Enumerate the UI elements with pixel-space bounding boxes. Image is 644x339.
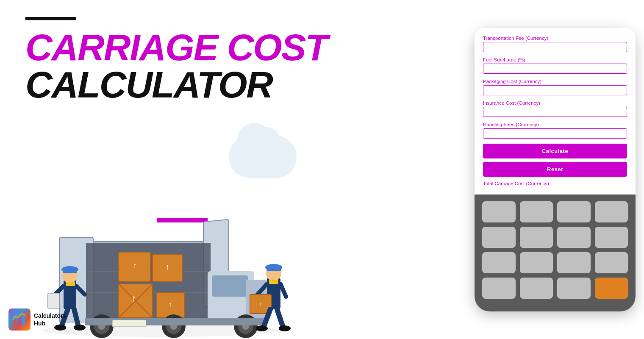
- key-3[interactable]: [557, 201, 591, 222]
- svg-point-58: [279, 325, 291, 331]
- key-4[interactable]: [595, 201, 628, 222]
- key-5[interactable]: [482, 227, 516, 248]
- svg-rect-23: [212, 275, 248, 297]
- truck-illustration: ↑ ↑ ↑ ↑: [25, 186, 301, 339]
- title-line1: CARRIAGE COST: [25, 29, 441, 66]
- packaging-cost-label: Packaging Cost (Currency): [483, 79, 627, 84]
- logo-name-line1: Calculators: [34, 312, 66, 320]
- key-13[interactable]: [482, 278, 516, 299]
- svg-rect-62: [14, 320, 17, 325]
- key-9[interactable]: [482, 252, 516, 273]
- title-block: CARRIAGE COST CALCULATOR: [25, 29, 441, 103]
- svg-point-44: [74, 325, 86, 331]
- calculator-body: Transportation Fee (Currency) Fuel Surch…: [475, 28, 636, 311]
- svg-text:↑: ↑: [131, 292, 136, 304]
- transportation-fee-field: Transportation Fee (Currency): [483, 36, 627, 52]
- svg-point-57: [256, 325, 268, 331]
- key-10[interactable]: [520, 252, 553, 273]
- fuel-surcharge-field: Fuel Surcharge (%): [483, 57, 627, 74]
- handling-fees-field: Handling Fees (Currency): [483, 122, 627, 139]
- left-section: CARRIAGE COST CALCULATOR ↑: [0, 0, 466, 339]
- title-line2: CALCULATOR: [25, 66, 441, 103]
- logo-icon: [8, 308, 31, 331]
- transportation-fee-input[interactable]: [483, 42, 627, 52]
- svg-rect-45: [47, 293, 59, 308]
- key-8[interactable]: [595, 227, 628, 248]
- key-1[interactable]: [482, 201, 516, 222]
- svg-rect-38: [63, 270, 77, 273]
- key-7[interactable]: [557, 227, 591, 248]
- result-label: Total Carriage Cost (Currency): [483, 181, 627, 186]
- key-2[interactable]: [520, 201, 553, 222]
- fuel-surcharge-label: Fuel Surcharge (%): [483, 57, 627, 62]
- keypad: [475, 195, 636, 303]
- calculate-button[interactable]: Calculate: [483, 144, 627, 158]
- reset-button[interactable]: Reset: [483, 162, 627, 177]
- svg-text:↑: ↑: [259, 300, 262, 307]
- cloud-decoration: [229, 136, 297, 178]
- right-section: Transportation Fee (Currency) Fuel Surch…: [466, 0, 644, 339]
- key-12[interactable]: [595, 252, 628, 273]
- packaging-cost-input[interactable]: [483, 85, 627, 95]
- svg-rect-59: [66, 282, 75, 286]
- key-6[interactable]: [520, 227, 553, 248]
- svg-text:↑: ↑: [133, 261, 137, 270]
- key-14[interactable]: [520, 278, 553, 299]
- handling-fees-label: Handling Fees (Currency): [483, 122, 627, 127]
- handling-fees-input[interactable]: [483, 128, 627, 139]
- svg-rect-63: [18, 317, 21, 325]
- logo-text-block: Calculators Hub: [34, 312, 66, 327]
- svg-text:↑: ↑: [165, 262, 169, 271]
- svg-rect-64: [22, 314, 25, 325]
- key-15[interactable]: [557, 278, 591, 299]
- top-decorative-bar: [25, 17, 76, 20]
- svg-rect-61: [112, 320, 146, 327]
- calculator-screen: Transportation Fee (Currency) Fuel Surch…: [475, 28, 636, 195]
- insurance-cost-label: Insurance Cost (Currency): [483, 100, 627, 106]
- transportation-fee-label: Transportation Fee (Currency): [483, 36, 627, 41]
- key-enter[interactable]: [595, 278, 628, 299]
- packaging-cost-field: Packaging Cost (Currency): [483, 79, 627, 95]
- svg-text:↑: ↑: [169, 300, 172, 308]
- svg-line-51: [280, 284, 286, 297]
- svg-rect-49: [266, 267, 281, 271]
- insurance-cost-input[interactable]: [483, 107, 627, 117]
- fuel-surcharge-input[interactable]: [483, 64, 627, 74]
- logo: Calculators Hub: [8, 308, 66, 331]
- svg-rect-60: [269, 280, 278, 284]
- insurance-cost-field: Insurance Cost (Currency): [483, 100, 627, 117]
- key-11[interactable]: [557, 252, 591, 273]
- svg-line-56: [277, 309, 283, 327]
- logo-name-line2: Hub: [34, 320, 66, 327]
